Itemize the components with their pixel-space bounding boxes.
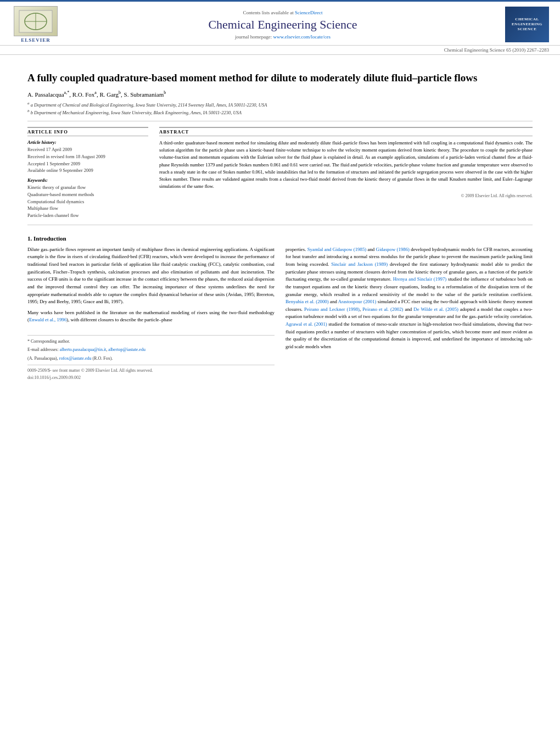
- elsevier-logo: ELSEVIER: [11, 6, 60, 43]
- bottom-bar: 0009-2509/$- see front matter © 2009 Els…: [27, 365, 275, 381]
- keyword-2: Quadrature-based moment methods: [27, 191, 148, 198]
- keyword-3: Computational fluid dynamics: [27, 198, 148, 205]
- col-left: Dilute gas–particle flows represent an i…: [27, 246, 275, 381]
- affiliation-b: b b Department of Mechanical Engineering…: [27, 109, 533, 115]
- agrawal-link[interactable]: Agrawal et al. (2001): [285, 321, 327, 327]
- abstract-col: ABSTRACT A third-order quadrature-based …: [159, 127, 533, 219]
- doi: doi:10.1016/j.ces.2009.09.002: [27, 375, 275, 381]
- divider-mid: [27, 225, 533, 225]
- logo-line-1: CHEMICAL: [515, 17, 539, 22]
- main-content: A fully coupled quadrature-based moment …: [0, 55, 560, 392]
- authors-line: A. Passalacquaa,*, R.O. Foxa, R. Gargb, …: [27, 91, 533, 98]
- syamlal-link[interactable]: Syamlal and Gidaspow (1985): [307, 247, 367, 252]
- email-link1[interactable]: alberto.passalacqua@tin.it: [60, 347, 107, 352]
- citation-text: Chemical Engineering Science 65 (2010) 2…: [444, 47, 549, 53]
- email-link2[interactable]: albertop@iastate.edu: [108, 347, 145, 352]
- footnote-area: * Corresponding author. E-mail addresses…: [27, 335, 275, 362]
- page: ELSEVIER Contents lists available at Sci…: [0, 0, 560, 742]
- logo-line-2: ENGINEERING: [512, 22, 542, 27]
- authors-full: A. Passalacquaa,*, R.O. Foxa, R. Gargb, …: [27, 91, 166, 98]
- and-connector: and: [330, 299, 337, 304]
- copyright-line: © 2009 Elsevier Ltd. All rights reserved…: [159, 193, 533, 198]
- peirano-leckner-link[interactable]: Peirano and Leckner (1998): [304, 306, 360, 312]
- col2-p1: properties. Syamlal and Gidaspow (1985) …: [285, 246, 533, 351]
- hrenya-link[interactable]: Hrenya and Sinclair (1997): [393, 276, 447, 282]
- col1-p1: Dilute gas–particle flows represent an i…: [27, 246, 275, 306]
- homepage-line: journal homepage: www.elsevier.com/locat…: [71, 34, 494, 40]
- elsevier-label: ELSEVIER: [21, 37, 51, 43]
- homepage-text: journal homepage:: [235, 34, 272, 40]
- abstract-title: ABSTRACT: [159, 127, 533, 136]
- footnote-fox: (A. Passalacqua), rofox@iastate.edu (R.O…: [27, 355, 275, 362]
- email-label: E-mail addresses:: [27, 347, 59, 352]
- keywords-title: Keywords:: [27, 177, 148, 183]
- journal-title: Chemical Engineering Science: [71, 18, 494, 32]
- elsevier-logo-img: [14, 6, 58, 36]
- keyword-1: Kinetic theory of granular flow: [27, 184, 148, 191]
- history-title: Article history:: [27, 140, 148, 145]
- journal-logo-right: CHEMICAL ENGINEERING SCIENCE: [505, 7, 549, 42]
- body-content: 1. Introduction Dilute gas–particle flow…: [27, 235, 533, 381]
- info-abstract: ARTICLE INFO Article history: Received 1…: [27, 127, 533, 219]
- keywords-list: Kinetic theory of granular flow Quadratu…: [27, 184, 148, 219]
- two-col-section1: Dilute gas–particle flows represent an i…: [27, 246, 533, 381]
- affiliations: a a Department of Chemical and Biologica…: [27, 101, 533, 115]
- footnote-corresponding: * Corresponding author.: [27, 338, 275, 345]
- dewilde-link[interactable]: De Wilde et al. (2005): [413, 306, 458, 312]
- footnote-email: E-mail addresses: alberto.passalacqua@ti…: [27, 347, 275, 353]
- sciencedirect-link[interactable]: ScienceDirect: [295, 10, 322, 15]
- section1-title: 1. Introduction: [27, 235, 533, 242]
- divider-top: [27, 121, 533, 121]
- received-date: Received 17 April 2009 Received in revis…: [27, 146, 148, 174]
- bottom-note: 0009-2509/$- see front matter © 2009 Els…: [27, 367, 275, 374]
- homepage-link[interactable]: www.elsevier.com/locate/ces: [273, 34, 331, 40]
- article-info: ARTICLE INFO Article history: Received 1…: [27, 127, 148, 219]
- sinclair-link[interactable]: Sinclair and Jackson (1989): [331, 261, 388, 267]
- enwald-link[interactable]: Enwald et al., 1996: [29, 317, 66, 322]
- benyahia-link[interactable]: Benyahia et al. (2000): [285, 299, 329, 304]
- fox-email-link[interactable]: rofox@iastate.edu: [59, 356, 92, 361]
- gidaspow-link[interactable]: Gidaspow (1986): [376, 247, 410, 252]
- peirano-2002-link[interactable]: Peirano et al. (2002): [362, 306, 403, 312]
- abstract-text: A third-order quadrature-based moment me…: [159, 140, 533, 190]
- logo-line-3: SCIENCE: [518, 27, 537, 32]
- article-title: A fully coupled quadrature-based moment …: [27, 71, 533, 85]
- arastoopour-link[interactable]: Arastoopour (2001): [338, 299, 377, 304]
- contents-line: Contents lists available at ScienceDirec…: [71, 10, 494, 15]
- keyword-4: Multiphase flow: [27, 205, 148, 212]
- article-info-title: ARTICLE INFO: [27, 127, 148, 136]
- keyword-5: Particle-laden channel flow: [27, 212, 148, 219]
- col-right: properties. Syamlal and Gidaspow (1985) …: [285, 246, 533, 381]
- contents-text: Contents lists available at: [243, 10, 294, 15]
- citation-bar: Chemical Engineering Science 65 (2010) 2…: [0, 46, 560, 55]
- affiliation-a: a a Department of Chemical and Biologica…: [27, 101, 533, 108]
- journal-header: ELSEVIER Contents lists available at Sci…: [0, 2, 560, 46]
- header-center: Contents lists available at ScienceDirec…: [60, 10, 505, 40]
- col1-p2: Many works have been published in the li…: [27, 309, 275, 324]
